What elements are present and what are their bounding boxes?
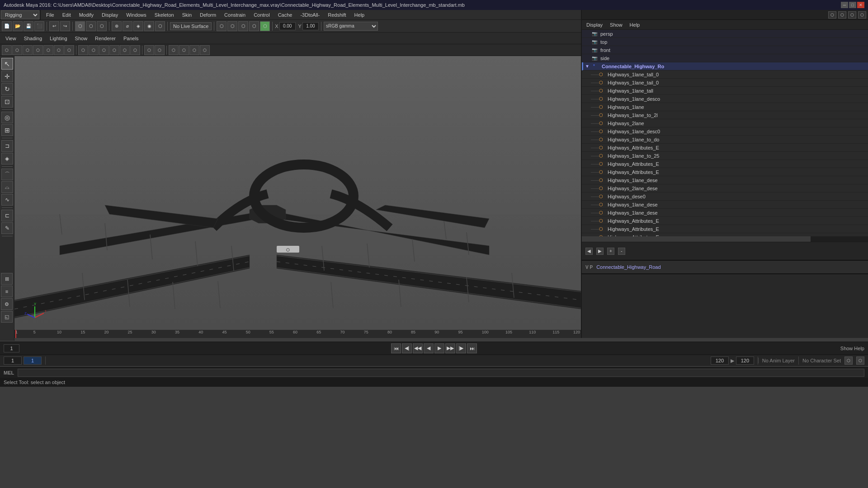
vp-wire-btn[interactable]: ⬡ [33, 45, 43, 55]
outliner-icon-4[interactable]: ⬡ [858, 11, 866, 19]
outliner-item-6[interactable]: —— ⬡ Highways_2lane [582, 119, 868, 127]
outliner-item-12[interactable]: —— ⬡ Highways_Attributes_E [582, 168, 868, 176]
render-btn[interactable]: ⬡ [227, 21, 237, 31]
outliner-show-btn[interactable]: Show [607, 21, 625, 29]
menu-skin[interactable]: Skin [179, 10, 195, 19]
vp-select-edge-btn[interactable]: ⬡ [120, 45, 130, 55]
maximize-button[interactable]: □ [849, 2, 856, 8]
vp-camera-btn[interactable]: ⬡ [12, 45, 22, 55]
menu-edit[interactable]: Edit [59, 10, 75, 19]
outliner-help-btn[interactable]: Help [627, 21, 643, 29]
outliner-item-3[interactable]: —— ⬡ Highways_1lane_desco [582, 95, 868, 103]
outliner-item-front[interactable]: 📷 front [582, 46, 868, 54]
step-back-btn[interactable]: ◀| [402, 343, 412, 353]
current-frame-input[interactable] [4, 344, 19, 352]
vp-grid-btn[interactable]: ⬡ [23, 45, 33, 55]
scale-tool-btn[interactable]: ⊡ [1, 96, 13, 108]
outliner-remove-btn[interactable]: - [618, 248, 625, 255]
outliner-scroll-right[interactable]: ▶ [596, 248, 604, 255]
vp-soft-sel-btn[interactable]: ⬡ [155, 45, 165, 55]
snap-edge-btn[interactable]: ⬡ [155, 21, 165, 31]
undo-btn[interactable]: ↩ [49, 21, 59, 31]
outliner-item-15[interactable]: —— ⬡ Highways_dese0 [582, 192, 868, 201]
outliner-icon-1[interactable]: ⬡ [828, 11, 836, 19]
outliner-hscrollbar[interactable] [582, 236, 868, 242]
soft-mod-btn[interactable]: ◎ [1, 112, 13, 123]
menu-redshift[interactable]: Redshift [324, 10, 349, 19]
outliner-scroll-left[interactable]: ◀ [585, 248, 593, 255]
outliner-item-side[interactable]: 📷 side [582, 54, 868, 62]
save-as-btn[interactable]: ⬛ [34, 21, 44, 31]
frame-total-input[interactable] [736, 357, 754, 365]
ipr-btn[interactable]: ⬡ [238, 21, 248, 31]
mel-command-input[interactable] [18, 369, 864, 377]
menu-windows[interactable]: Windows [123, 10, 150, 19]
panel-panels-btn[interactable]: Panels [120, 34, 142, 43]
vp-isolate-btn[interactable]: ⬡ [179, 45, 189, 55]
menu-display[interactable]: Display [98, 10, 122, 19]
coord-x-input[interactable]: 0.00 [279, 22, 296, 30]
menu-constrain[interactable]: Constrain [221, 10, 249, 19]
outliner-icon-3[interactable]: ⬡ [848, 11, 856, 19]
viewport[interactable]: ⬡ X Y Z persp [14, 56, 581, 338]
outliner-item-7[interactable]: —— ⬡ Highways_1lane_desc0 [582, 127, 868, 136]
frame-current2-input[interactable] [24, 357, 42, 365]
lasso-tool-btn[interactable]: ⊐ [1, 140, 13, 152]
panel-shading-btn[interactable]: Shading [20, 34, 46, 43]
paint-sel-btn[interactable]: ⬡ [97, 21, 107, 31]
outliner-item-0[interactable]: —— ⬡ Highways_1lane_tall_0 [582, 70, 868, 79]
next-keyframe-btn[interactable]: ▶▶ [445, 343, 455, 353]
select-btn[interactable]: ⬡ [75, 21, 85, 31]
save-scene-btn[interactable]: 💾 [24, 21, 33, 31]
outliner-item-17[interactable]: —— ⬡ Highways_1lane_dese [582, 209, 868, 217]
outliner-item-5[interactable]: —— ⬡ Highways_1lane_to_2l [582, 111, 868, 119]
panel-lighting-btn[interactable]: Lighting [46, 34, 71, 43]
menu-cache[interactable]: Cache [274, 10, 296, 19]
outliner-item-main-object[interactable]: ▼ * Connectable_Highway_Ro [582, 62, 868, 70]
outliner-item-11[interactable]: —— ⬡ Highways_Attributes_E [582, 160, 868, 168]
menu-help[interactable]: Help [351, 10, 368, 19]
vp-xray-btn[interactable]: ⬡ [189, 45, 199, 55]
render-settings-btn[interactable]: ⬡ [217, 21, 226, 31]
mode-selector[interactable]: Rigging Animation Modeling [1, 10, 39, 19]
attr-editor-btn[interactable]: ≡ [1, 286, 13, 297]
vp-select-hier-btn[interactable]: ⬡ [78, 45, 88, 55]
vp-solid-btn[interactable]: ⬡ [43, 45, 53, 55]
outliner-item-13[interactable]: —— ⬡ Highways_1lane_dese [582, 176, 868, 184]
minimize-button[interactable]: ─ [841, 2, 848, 8]
snap-curve-btn[interactable]: ⌀ [123, 21, 132, 31]
goto-start-btn[interactable]: ⏮ [391, 343, 401, 353]
panel-view-btn[interactable]: View [2, 34, 20, 43]
redo-btn[interactable]: ↪ [60, 21, 70, 31]
outliner-item-2[interactable]: —— ⬡ Highways_1lane_tall [582, 87, 868, 95]
new-scene-btn[interactable]: 📄 [2, 21, 12, 31]
vp-transform-btn[interactable]: ⬡ [144, 45, 154, 55]
outliner-item-top[interactable]: 📷 top [582, 38, 868, 46]
ep-curve-btn[interactable]: ⌓ [1, 181, 13, 193]
snap-point-btn[interactable]: ◈ [133, 21, 143, 31]
frame-end-playback-input[interactable] [711, 357, 729, 365]
char-set-btn-1[interactable]: ⬡ [844, 357, 853, 365]
char-set-btn-2[interactable]: ⬡ [856, 357, 864, 365]
vp-texture-btn[interactable]: ⬡ [54, 45, 64, 55]
coord-y-input[interactable]: 1.00 [302, 22, 319, 30]
close-button[interactable]: ✕ [857, 2, 864, 8]
outliner-item-8[interactable]: —— ⬡ Highways_1lane_to_do [582, 136, 868, 144]
menu-modify[interactable]: Modify [75, 10, 97, 19]
snap-grid-btn[interactable]: ⊕ [112, 21, 122, 31]
outliner-item-persp[interactable]: 📷 persp [582, 30, 868, 38]
vp-camera-set-btn[interactable]: ⬡ [169, 45, 179, 55]
vp-wire-on-shader-btn[interactable]: ⬡ [200, 45, 210, 55]
misc-btn[interactable]: ◱ [1, 311, 13, 323]
vp-select-comp-btn[interactable]: ⬡ [99, 45, 109, 55]
vp-select-vertex-btn[interactable]: ⬡ [109, 45, 119, 55]
outliner-add-btn[interactable]: + [607, 248, 614, 255]
panel-renderer-btn[interactable]: Renderer [91, 34, 119, 43]
show-manip-btn[interactable]: ⊞ [1, 124, 13, 136]
show-render-btn[interactable]: ⬡ [260, 21, 270, 31]
step-fwd-btn[interactable]: |▶ [456, 343, 466, 353]
outliner-item-16[interactable]: —— ⬡ Highways_1lane_dese [582, 201, 868, 209]
menu-deform[interactable]: Deform [196, 10, 220, 19]
outliner-hscroll-thumb[interactable] [582, 236, 811, 242]
prev-keyframe-btn[interactable]: ◀◀ [413, 343, 423, 353]
